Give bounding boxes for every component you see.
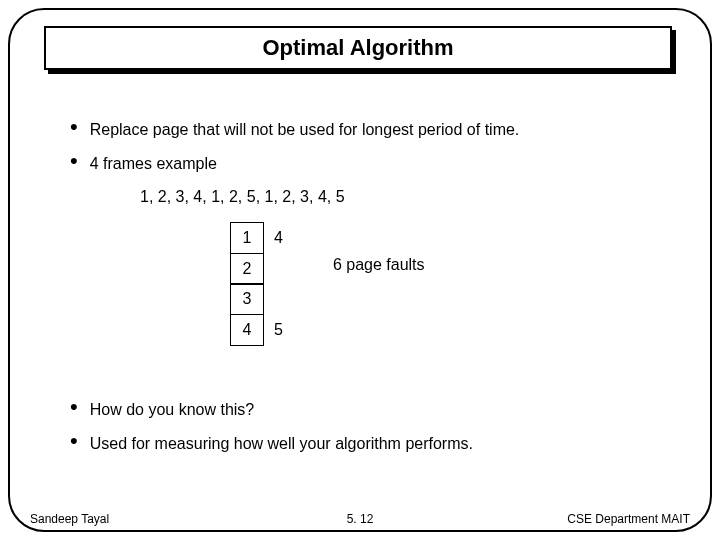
- frame-cell: 3: [230, 283, 264, 315]
- bullet-item: • 4 frames example: [70, 154, 670, 174]
- reference-string: 1, 2, 3, 4, 1, 2, 5, 1, 2, 3, 4, 5: [140, 188, 670, 206]
- frame-cell: 4: [230, 314, 264, 346]
- bullet-item: • Replace page that will not be used for…: [70, 120, 670, 140]
- slide-title: Optimal Algorithm: [262, 35, 453, 61]
- bullet-dot: •: [70, 118, 78, 136]
- frame-cell: 2: [230, 253, 264, 285]
- bullet-item: • How do you know this?: [70, 400, 670, 420]
- bullet-text: 4 frames example: [90, 154, 217, 174]
- bullet-text: Used for measuring how well your algorit…: [90, 434, 473, 454]
- content-area: • Replace page that will not be used for…: [70, 120, 670, 346]
- page-faults-label: 6 page faults: [333, 256, 425, 274]
- footer-author: Sandeep Tayal: [30, 512, 109, 526]
- footer-page-number: 5. 12: [347, 512, 374, 526]
- footer: Sandeep Tayal 5. 12 CSE Department MAIT: [0, 512, 720, 526]
- title-box: Optimal Algorithm: [44, 26, 672, 70]
- side-value: [274, 283, 283, 315]
- bullet-text: How do you know this?: [90, 400, 255, 420]
- side-value: 5: [274, 314, 283, 346]
- bullet-dot: •: [70, 398, 78, 416]
- frame-column: 1 2 3 4: [230, 222, 264, 346]
- bullet-dot: •: [70, 432, 78, 450]
- bullet-dot: •: [70, 152, 78, 170]
- bullet-item: • Used for measuring how well your algor…: [70, 434, 670, 454]
- frame-diagram: 1 2 3 4 4 5 6 page faults: [230, 222, 670, 346]
- side-column: 4 5: [274, 222, 283, 346]
- side-value: 4: [274, 222, 283, 254]
- lower-bullets: • How do you know this? • Used for measu…: [70, 400, 670, 468]
- frame-cell: 1: [230, 222, 264, 254]
- bullet-text: Replace page that will not be used for l…: [90, 120, 520, 140]
- side-value: [274, 253, 283, 285]
- footer-department: CSE Department MAIT: [567, 512, 690, 526]
